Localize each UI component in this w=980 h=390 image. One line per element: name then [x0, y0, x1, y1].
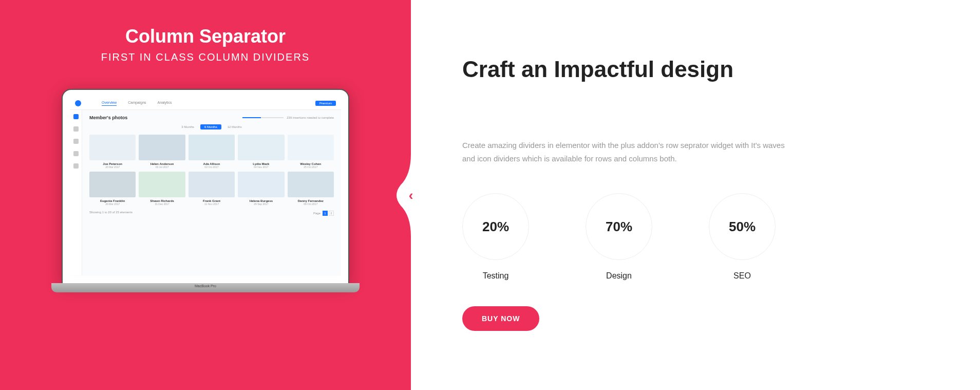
- tab-analytics[interactable]: Analytics: [158, 101, 172, 106]
- stats-row: 20% Testing 70% Design 50% SEO: [462, 193, 944, 281]
- stat-circle: 50%: [709, 193, 776, 260]
- progress-wrap: 239 insertions needed to complete: [242, 116, 334, 119]
- main-header: Member's photos 239 insertions needed to…: [89, 115, 334, 120]
- photo-thumb: [89, 172, 136, 197]
- time-filters: 3 Months 6 Months 12 Months: [89, 124, 334, 129]
- premium-button[interactable]: Premium: [315, 101, 336, 106]
- app-window: Overview Campaigns Analytics Premium: [70, 97, 341, 276]
- main-footer: Showing 1 to 20 of 25 elements Page 1 2: [89, 211, 334, 216]
- photo-card[interactable]: Ada Allison02 Oct 2017: [189, 135, 235, 169]
- stat-value: 20%: [482, 219, 509, 235]
- filter-3months[interactable]: 3 Months: [177, 124, 198, 129]
- page-label: Page: [313, 212, 321, 215]
- photo-card[interactable]: Shawn Richards31 Dec 2017: [139, 172, 185, 206]
- sidebar-folder-icon[interactable]: [73, 139, 79, 144]
- app-main: Member's photos 239 insertions needed to…: [82, 110, 341, 275]
- chevron-left-icon[interactable]: ‹: [409, 187, 413, 203]
- photo-date: 29 Sep 2017: [238, 202, 284, 206]
- photo-date: 04 Nov 2017: [238, 165, 284, 169]
- right-panel: Craft an Impactful design Create amazing…: [411, 0, 980, 390]
- stat-circle: 70%: [586, 193, 652, 260]
- app-header: Overview Campaigns Analytics Premium: [70, 97, 341, 110]
- stat-circle: 20%: [462, 193, 529, 260]
- filter-12months[interactable]: 12 Months: [223, 124, 246, 129]
- main-title: Member's photos: [89, 115, 127, 120]
- left-panel: Column Separator FIRST IN CLASS COLUMN D…: [0, 0, 411, 390]
- photo-card[interactable]: Eugenia Franklin20 Mar 2017: [89, 172, 136, 206]
- photo-card[interactable]: Lydia Mack04 Nov 2017: [238, 135, 284, 169]
- laptop-base: [51, 283, 360, 292]
- stat-label: SEO: [709, 271, 776, 281]
- filter-6months[interactable]: 6 Months: [200, 124, 221, 129]
- right-description: Create amazing dividers in elementor wit…: [462, 139, 791, 165]
- photo-card[interactable]: Joe Peterson20 Mar 2017: [89, 135, 136, 169]
- left-title: Column Separator: [125, 26, 286, 47]
- photo-thumb: [189, 172, 235, 197]
- photo-thumb: [238, 172, 284, 197]
- photo-date: 25 Oct 2017: [288, 165, 334, 169]
- photo-card[interactable]: Frank Grant11 Nov 2017: [189, 172, 235, 206]
- photo-date: 20 Mar 2017: [89, 165, 136, 169]
- app-tabs: Overview Campaigns Analytics: [102, 101, 172, 106]
- pager: 1 2: [323, 211, 334, 216]
- stat-label: Testing: [462, 271, 529, 281]
- footer-count-text: Showing 1 to 20 of 25 elements: [89, 211, 133, 216]
- photo-date: 08 Oct 2017: [288, 202, 334, 206]
- sidebar-chat-icon[interactable]: [73, 126, 79, 132]
- sidebar-dashboard-icon[interactable]: [73, 114, 79, 119]
- page-1-button[interactable]: 1: [323, 211, 328, 216]
- photo-thumb: [139, 172, 185, 197]
- laptop-screen: Overview Campaigns Analytics Premium: [62, 89, 349, 284]
- photo-card[interactable]: Danny Fernandez08 Oct 2017: [288, 172, 334, 206]
- photo-card[interactable]: Helen Anderson03 Jul 2017: [139, 135, 185, 169]
- stat-value: 50%: [729, 219, 756, 235]
- photo-date: 11 Nov 2017: [189, 202, 235, 206]
- page-2-button[interactable]: 2: [329, 211, 334, 216]
- photo-card[interactable]: Wesley Cohen25 Oct 2017: [288, 135, 334, 169]
- photo-grid: Joe Peterson20 Mar 2017Helen Anderson03 …: [89, 135, 334, 206]
- photo-thumb: [288, 135, 334, 160]
- sidebar-mail-icon[interactable]: [73, 151, 79, 156]
- left-subtitle: FIRST IN CLASS COLUMN DIVIDERS: [101, 51, 310, 63]
- app-logo-icon: [75, 100, 81, 106]
- stat-testing: 20% Testing: [462, 193, 529, 281]
- app-body: Member's photos 239 insertions needed to…: [70, 110, 341, 275]
- app-sidebar: [70, 110, 82, 275]
- tab-campaigns[interactable]: Campaigns: [128, 101, 146, 106]
- stat-seo: 50% SEO: [709, 193, 776, 281]
- stat-label: Design: [586, 271, 652, 281]
- pagination: Page 1 2: [313, 211, 334, 216]
- right-title: Craft an Impactful design: [462, 57, 944, 82]
- photo-thumb: [189, 135, 235, 160]
- buy-now-button[interactable]: BUY NOW: [462, 306, 539, 331]
- progress-bar: [242, 117, 284, 118]
- stat-value: 70%: [606, 219, 632, 235]
- sidebar-settings-icon[interactable]: [73, 163, 79, 169]
- photo-date: 03 Jul 2017: [139, 165, 185, 169]
- photo-card[interactable]: Helena Burgess29 Sep 2017: [238, 172, 284, 206]
- photo-thumb: [288, 172, 334, 197]
- progress-text: 239 insertions needed to complete: [287, 116, 334, 119]
- laptop-mockup: Overview Campaigns Analytics Premium: [51, 89, 360, 305]
- photo-thumb: [139, 135, 185, 160]
- photo-thumb: [89, 135, 136, 160]
- tab-overview[interactable]: Overview: [102, 101, 117, 106]
- photo-date: 31 Dec 2017: [139, 202, 185, 206]
- photo-date: 02 Oct 2017: [189, 165, 235, 169]
- photo-thumb: [238, 135, 284, 160]
- page-container: Column Separator FIRST IN CLASS COLUMN D…: [0, 0, 980, 390]
- photo-date: 20 Mar 2017: [89, 202, 136, 206]
- stat-design: 70% Design: [586, 193, 652, 281]
